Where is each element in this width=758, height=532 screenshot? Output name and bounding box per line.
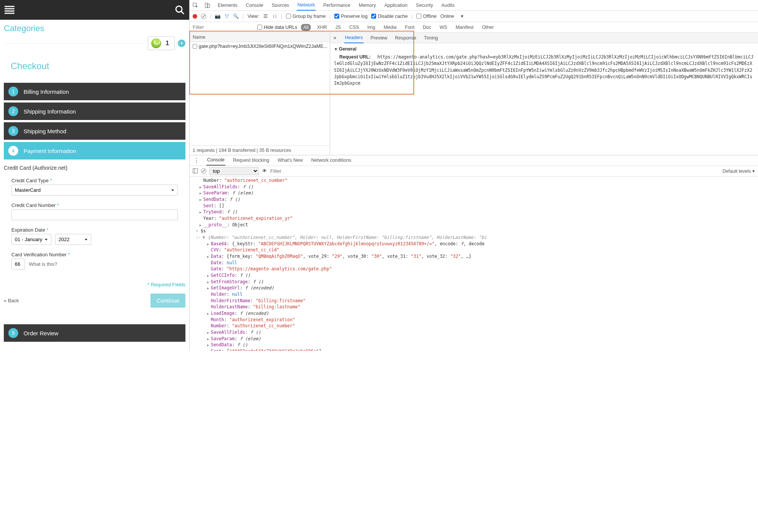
log-levels[interactable]: Default levels ▾ [722, 168, 755, 174]
cc-number-input[interactable] [11, 209, 178, 220]
tab-performance[interactable]: Performance [323, 0, 351, 10]
tab-console[interactable]: Console [245, 0, 264, 10]
filter-input[interactable] [193, 24, 253, 30]
network-split: Name gate.php?hash=eyJmb3JtX2tleSI6IlFNQ… [190, 33, 758, 155]
drawer-tab-reqblock[interactable]: Request blocking [232, 155, 270, 165]
step-payment[interactable]: 4Payment Information [4, 142, 185, 159]
pill-ws[interactable]: WS [437, 24, 449, 31]
tab-timing[interactable]: Timing [423, 33, 439, 43]
camera-icon[interactable]: 📷 [215, 14, 220, 19]
pill-font[interactable]: Font [403, 24, 417, 31]
add-icon[interactable]: + [178, 39, 185, 47]
console-context[interactable]: top [209, 167, 259, 175]
pill-doc[interactable]: Doc [421, 24, 434, 31]
request-url: https://magento-analytics.com/gate.php?h… [334, 54, 753, 86]
step-billing[interactable]: 1Billing Information [4, 83, 185, 100]
page-title: Checkout [0, 53, 189, 83]
payment-form: Credit Card (Authorize.net) Credit Card … [0, 162, 189, 280]
console-clear-icon[interactable] [201, 168, 206, 174]
pill-js[interactable]: JS [333, 24, 343, 31]
pill-media[interactable]: Media [381, 24, 399, 31]
tab-sources[interactable]: Sources [271, 0, 290, 10]
general-toggle[interactable]: General [334, 46, 754, 52]
svg-point-4 [176, 6, 182, 12]
request-list: Name gate.php?hash=eyJmb3JtX2tleSI6IlFNQ… [190, 33, 330, 155]
step-review[interactable]: 5Order Review [4, 324, 185, 342]
record-button[interactable] [193, 14, 197, 19]
pill-xhr[interactable]: XHR [315, 24, 329, 31]
console-toolbar: top 👁 Default levels ▾ [190, 166, 758, 177]
console-output[interactable]: Number: "authorizenet_cc_number" ▶SaveAl… [190, 177, 758, 351]
pill-other[interactable]: Other [479, 24, 496, 31]
drawer-tab-console[interactable]: Console [206, 155, 225, 166]
svg-rect-8 [207, 4, 210, 8]
cc-number-label: Credit Card Number * [11, 202, 178, 208]
view-list-icon[interactable]: ☰ [263, 14, 268, 19]
eye-icon[interactable]: 👁 [262, 168, 267, 174]
disable-cache-checkbox[interactable]: Disable cache [371, 14, 408, 19]
svg-rect-9 [193, 169, 198, 173]
tab-elements[interactable]: Elements [217, 0, 238, 10]
tab-response[interactable]: Response [394, 33, 417, 43]
throttle-select[interactable]: Online ▾ [440, 13, 464, 19]
hamburger-icon[interactable] [5, 6, 14, 14]
cc-method-title: Credit Card (Authorize.net) [4, 165, 185, 171]
continue-button[interactable]: Continue [150, 294, 185, 308]
view-large-icon[interactable]: ⫶⫶ [272, 14, 277, 19]
pill-all[interactable]: All [301, 24, 311, 31]
tab-audits[interactable]: Audits [441, 0, 456, 10]
group-checkbox[interactable]: Group by frame [286, 14, 326, 19]
drawer-tab-whatsnew[interactable]: What's New [277, 155, 304, 165]
offline-checkbox[interactable]: Offline [416, 14, 437, 19]
required-note: * Required Fields [0, 280, 189, 291]
console-sidebar-icon[interactable] [193, 168, 198, 174]
cart-count: 1 [166, 40, 169, 47]
cvv-help-link[interactable]: What is this? [29, 261, 57, 267]
step-method[interactable]: 3Shipping Method [4, 122, 185, 140]
pill-manifest[interactable]: Manifest [453, 24, 476, 31]
back-link[interactable]: « Back [4, 298, 19, 303]
cc-type-select[interactable]: MasterCard [11, 185, 178, 196]
inspect-icon[interactable] [193, 3, 198, 8]
headers-general: General Request URL: https://magento-ana… [330, 43, 758, 90]
reqlist-header[interactable]: Name [190, 33, 330, 42]
cart-icon [151, 38, 161, 48]
network-status: 1 requests | 194 B transferred | 35 B re… [190, 145, 330, 155]
drawer-tabs: ⋮ Console Request blocking What's New Ne… [190, 155, 758, 166]
drawer-menu-icon[interactable]: ⋮ [193, 157, 199, 164]
tab-network[interactable]: Network [297, 0, 316, 11]
console-filter[interactable] [270, 168, 719, 174]
preserve-checkbox[interactable]: Preserve log [334, 14, 367, 19]
devtools-drawer: ⋮ Console Request blocking What's New Ne… [190, 155, 758, 351]
request-detail: × Headers Preview Response Timing Genera… [330, 33, 758, 155]
cc-cvv-input[interactable] [11, 259, 25, 270]
hide-urls-checkbox[interactable]: Hide data URLs [257, 25, 297, 30]
detail-tabs: × Headers Preview Response Timing [330, 33, 758, 43]
drawer-tab-netcond[interactable]: Network conditions [310, 155, 352, 165]
search-net-icon[interactable]: 🔍 [233, 14, 239, 19]
tab-preview[interactable]: Preview [370, 33, 388, 43]
cc-type-label: Credit Card Type * [11, 178, 178, 183]
cc-cvv-label: Card Verification Number * [11, 252, 178, 257]
step-shipping[interactable]: 2Shipping Information [4, 103, 185, 120]
filter-icon[interactable]: ▽ [224, 14, 229, 19]
close-detail-icon[interactable]: × [333, 35, 337, 41]
checkout-page: Categories 1 + Checkout 1Billing Informa… [0, 0, 190, 351]
pill-img[interactable]: Img [365, 24, 378, 31]
mini-cart[interactable]: 1 [148, 36, 175, 50]
tab-headers[interactable]: Headers [344, 33, 364, 43]
cc-exp-year[interactable]: 2022 [55, 234, 91, 245]
tab-application[interactable]: Application [383, 0, 408, 10]
tab-security[interactable]: Security [415, 0, 434, 10]
pill-css[interactable]: CSS [347, 24, 361, 31]
clear-button[interactable] [201, 14, 206, 19]
device-icon[interactable] [205, 3, 210, 8]
search-icon[interactable] [175, 5, 185, 15]
request-row[interactable]: gate.php?hash=eyJmb3JtX2tleSI6IlFNQm1xQW… [190, 42, 330, 51]
cc-exp-label: Expiration Date * [11, 227, 178, 233]
cart-row: 1 + [0, 33, 189, 53]
site-topbar [0, 0, 189, 20]
tab-memory[interactable]: Memory [358, 0, 377, 10]
categories-label[interactable]: Categories [0, 20, 189, 33]
cc-exp-month[interactable]: 01 - January [11, 234, 51, 245]
